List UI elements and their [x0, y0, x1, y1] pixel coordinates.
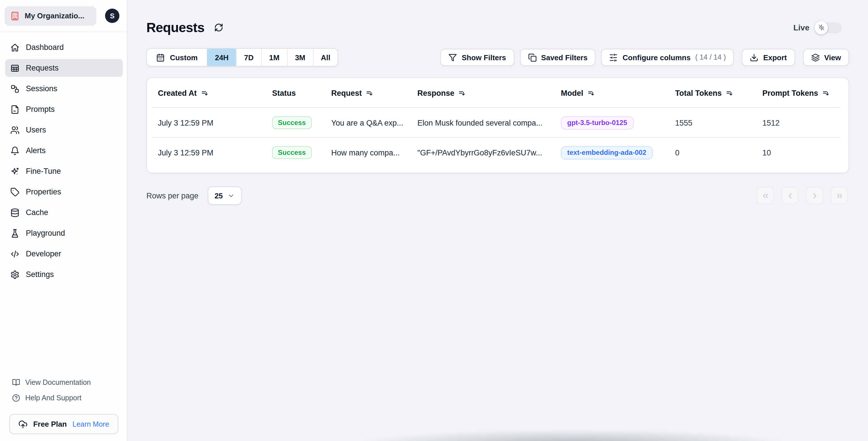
cell-model: text-embedding-ada-002 — [561, 146, 675, 159]
sidebar-item-label: Requests — [26, 64, 59, 72]
sidebar-item-label: Cache — [26, 208, 48, 217]
help-support-link[interactable]: Help And Support — [12, 394, 118, 402]
sort-icon[interactable] — [725, 89, 733, 97]
chevron-down-icon — [227, 192, 235, 199]
model-badge: gpt-3.5-turbo-0125 — [561, 116, 633, 129]
configure-columns-button[interactable]: Configure columns ( 14 / 14 ) — [601, 49, 734, 66]
sort-icon[interactable] — [200, 89, 208, 97]
model-badge: text-embedding-ada-002 — [561, 146, 653, 159]
sidebar-item-properties[interactable]: Properties — [5, 183, 123, 201]
sidebar-item-playground[interactable]: Playground — [5, 224, 123, 242]
last-page-button[interactable] — [831, 187, 848, 204]
rows-per-page-value: 25 — [214, 191, 223, 200]
previous-page-button[interactable] — [781, 187, 799, 204]
sidebar-item-fine-tune[interactable]: Fine-Tune — [5, 162, 123, 180]
sort-icon[interactable] — [458, 89, 466, 97]
cell-status: Success — [272, 146, 331, 159]
funnel-icon — [448, 53, 457, 62]
cell-created-at: July 3 12:59 PM — [158, 118, 272, 127]
column-label: Total Tokens — [675, 89, 722, 97]
view-documentation-link[interactable]: View Documentation — [12, 378, 118, 386]
book-icon — [12, 378, 20, 386]
cell-prompt-tokens: 1512 — [763, 118, 840, 127]
sidebar-item-dashboard[interactable]: Dashboard — [5, 38, 123, 56]
time-range-24h[interactable]: 24H — [208, 49, 237, 66]
sidebar-item-requests[interactable]: Requests — [5, 59, 123, 77]
chevron-left-icon — [786, 191, 794, 200]
column-header-total-tokens[interactable]: Total Tokens — [675, 89, 763, 97]
main-content: Requests Live Custom 24H — [127, 0, 868, 441]
cell-total-tokens: 0 — [675, 148, 763, 157]
sidebar: My Organizatio... S Dashboard Requests S… — [0, 0, 127, 441]
sidebar-header: My Organizatio... S — [0, 0, 127, 32]
column-header-response[interactable]: Response — [417, 89, 561, 97]
cell-request: How many compa... — [331, 148, 417, 157]
time-range-3m[interactable]: 3M — [288, 49, 313, 66]
org-selector[interactable]: My Organizatio... — [5, 6, 96, 26]
plan-banner[interactable]: Free Plan Learn More — [9, 414, 118, 434]
next-page-button[interactable] — [806, 187, 823, 204]
column-header-model[interactable]: Model — [561, 89, 675, 97]
requests-table: Created At Status Request Response Model — [146, 77, 849, 173]
sidebar-nav: Dashboard Requests Sessions Prompts User… — [5, 38, 123, 283]
sidebar-item-prompts[interactable]: Prompts — [5, 100, 123, 118]
window-shadow — [285, 424, 859, 441]
column-header-created-at[interactable]: Created At — [158, 89, 272, 97]
column-header-request[interactable]: Request — [331, 89, 417, 97]
document-icon — [10, 105, 20, 114]
sessions-icon — [10, 84, 20, 93]
column-label: Model — [561, 89, 583, 97]
sidebar-item-alerts[interactable]: Alerts — [5, 142, 123, 160]
time-range-all[interactable]: All — [313, 49, 338, 66]
help-support-label: Help And Support — [25, 394, 82, 402]
table-icon — [10, 63, 20, 72]
sort-icon[interactable] — [822, 89, 830, 97]
sidebar-item-label: Users — [26, 126, 46, 134]
sidebar-item-label: Sessions — [26, 84, 57, 93]
sidebar-item-developer[interactable]: Developer — [5, 245, 123, 263]
sidebar-item-label: Prompts — [26, 105, 55, 113]
table-row[interactable]: July 3 12:59 PM Success You are a Q&A ex… — [147, 108, 848, 138]
saved-filters-button[interactable]: Saved Filters — [520, 49, 596, 66]
status-badge: Success — [272, 146, 311, 159]
column-header-prompt-tokens[interactable]: Prompt Tokens — [763, 89, 840, 97]
export-button[interactable]: Export — [742, 49, 795, 66]
users-icon — [10, 125, 20, 134]
table-row[interactable]: July 3 12:59 PM Success How many compa..… — [147, 138, 848, 167]
view-label: View — [824, 53, 841, 62]
table-header-row: Created At Status Request Response Model — [147, 78, 848, 108]
view-button[interactable]: View — [803, 49, 849, 66]
sidebar-item-label: Fine-Tune — [26, 167, 61, 175]
sidebar-item-label: Alerts — [26, 146, 45, 155]
cell-response: "GF+/PAvdYbyrrGo8yFz6vIeSU7w... — [417, 148, 561, 157]
sidebar-item-cache[interactable]: Cache — [5, 204, 123, 222]
live-toggle[interactable] — [815, 22, 842, 33]
time-range-1m[interactable]: 1M — [262, 49, 288, 66]
sidebar-item-label: Developer — [26, 249, 61, 258]
time-range-7d[interactable]: 7D — [237, 49, 261, 66]
sidebar-item-users[interactable]: Users — [5, 121, 123, 139]
org-name: My Organizatio... — [25, 11, 84, 20]
help-icon — [12, 394, 20, 402]
sidebar-item-sessions[interactable]: Sessions — [5, 80, 123, 98]
sidebar-item-settings[interactable]: Settings — [5, 266, 123, 283]
saved-filters-label: Saved Filters — [541, 53, 588, 62]
first-page-button[interactable] — [756, 187, 774, 204]
refresh-icon[interactable] — [214, 23, 223, 32]
show-filters-label: Show Filters — [462, 53, 506, 62]
user-avatar[interactable]: S — [105, 9, 119, 23]
flask-icon — [10, 229, 20, 238]
sort-icon[interactable] — [366, 89, 373, 97]
time-range-custom-label: Custom — [170, 53, 198, 62]
cell-response: Elon Musk founded several compa... — [417, 118, 561, 127]
bell-icon — [10, 146, 20, 155]
rows-per-page-select[interactable]: 25 — [208, 186, 242, 205]
controls-row: Custom 24H 7D 1M 3M All Show Filters Sav… — [146, 48, 849, 67]
sort-icon[interactable] — [587, 89, 595, 97]
time-range-custom[interactable]: Custom — [147, 49, 208, 66]
column-header-status[interactable]: Status — [272, 89, 331, 97]
learn-more-link[interactable]: Learn More — [73, 420, 110, 428]
chevrons-right-icon — [835, 191, 844, 200]
show-filters-button[interactable]: Show Filters — [441, 49, 515, 66]
building-icon — [10, 11, 20, 20]
